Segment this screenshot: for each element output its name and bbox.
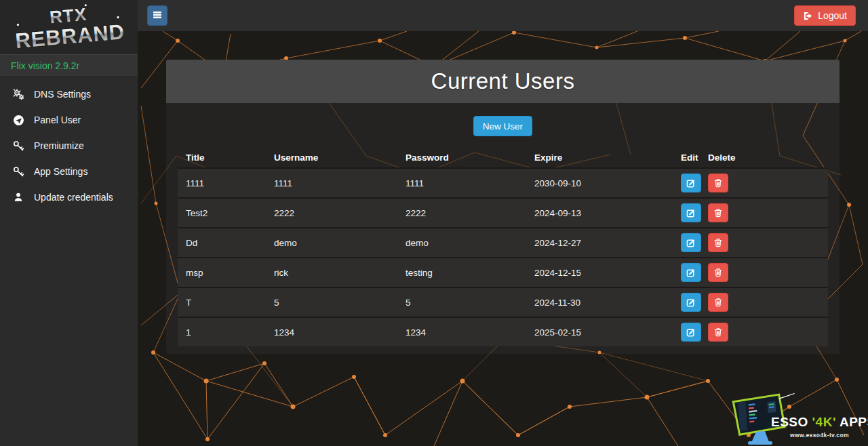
edit-icon bbox=[686, 178, 696, 188]
new-user-button[interactable]: New User bbox=[473, 116, 532, 136]
sidebar-item-label: App Settings bbox=[34, 166, 87, 177]
cogs-icon bbox=[12, 88, 24, 100]
edit-user-button[interactable] bbox=[681, 233, 701, 252]
cell-password: 5 bbox=[397, 287, 526, 317]
esso-4k-apps-logo: ESSO '4K' APPS www.esso4k-tv.com bbox=[729, 393, 868, 446]
logo-text-apps: APPS bbox=[836, 415, 868, 429]
table-row: Test2 2222 2222 2024-09-13 bbox=[178, 198, 828, 228]
cell-title: 1111 bbox=[178, 168, 266, 198]
table-row: msp rick testing 2024-12-15 bbox=[178, 258, 828, 287]
logo-text-4k: '4K' bbox=[812, 415, 836, 429]
cell-title: Test2 bbox=[178, 198, 266, 228]
edit-user-button[interactable] bbox=[681, 174, 701, 192]
cell-expire: 2024-09-13 bbox=[526, 198, 679, 228]
sidebar-menu: DNS Settings Panel User Premiumize bbox=[0, 77, 138, 210]
bars-icon bbox=[152, 9, 163, 22]
cell-title: Dd bbox=[178, 228, 266, 258]
sidebar-item-panel-user[interactable]: Panel User bbox=[0, 107, 138, 133]
edit-user-button[interactable] bbox=[681, 323, 701, 342]
cell-username: 5 bbox=[266, 287, 397, 317]
delete-user-button[interactable] bbox=[708, 174, 728, 192]
cell-expire: 2024-12-15 bbox=[526, 258, 679, 287]
edit-icon bbox=[686, 208, 696, 218]
sidebar-item-label: Premiumize bbox=[34, 140, 84, 151]
column-header-password: Password bbox=[397, 149, 526, 168]
logo-text-esso: ESSO bbox=[771, 415, 812, 429]
delete-user-button[interactable] bbox=[708, 293, 728, 312]
edit-icon bbox=[686, 298, 696, 308]
column-header-username: Username bbox=[266, 149, 397, 168]
cell-title: 1 bbox=[178, 317, 266, 346]
trash-icon bbox=[713, 238, 723, 247]
sidebar-item-dns-settings[interactable]: DNS Settings bbox=[0, 81, 138, 107]
sidebar-item-label: Panel User bbox=[34, 115, 81, 125]
cell-password: testing bbox=[397, 258, 526, 287]
cell-expire: 2025-02-15 bbox=[526, 317, 679, 346]
trash-icon bbox=[713, 268, 723, 277]
edit-icon bbox=[686, 238, 696, 248]
cell-expire: 2030-09-10 bbox=[526, 168, 679, 198]
delete-user-button[interactable] bbox=[708, 263, 728, 282]
column-header-delete: Delete bbox=[707, 149, 828, 168]
sidebar: RTX REBRAND Flix vision 2.9.2r DNS Setti… bbox=[0, 0, 138, 446]
table-row: 1 1234 1234 2025-02-15 bbox=[178, 317, 828, 346]
edit-icon bbox=[686, 327, 696, 338]
trash-icon bbox=[713, 298, 723, 307]
edit-icon bbox=[686, 268, 696, 278]
cell-username: demo bbox=[266, 228, 397, 258]
table-row: T 5 5 2024-11-30 bbox=[178, 287, 828, 317]
cell-password: demo bbox=[397, 228, 526, 258]
brand-logo: RTX REBRAND bbox=[0, 0, 138, 54]
panel-header: Current Users bbox=[166, 60, 840, 103]
table-row: Dd demo demo 2024-12-27 bbox=[178, 228, 828, 258]
cell-username: 1234 bbox=[266, 317, 397, 346]
cell-username: 1111 bbox=[266, 168, 397, 198]
cell-password: 2222 bbox=[397, 198, 526, 228]
cell-title: msp bbox=[178, 258, 266, 287]
cell-password: 1234 bbox=[397, 317, 526, 346]
sidebar-item-premiumize[interactable]: Premiumize bbox=[0, 133, 138, 159]
sidebar-item-update-credentials[interactable]: Update credentials bbox=[0, 184, 138, 210]
logout-button[interactable]: Logout bbox=[794, 5, 856, 26]
sidebar-toggle-button[interactable] bbox=[147, 5, 167, 26]
cell-title: T bbox=[178, 287, 266, 317]
edit-user-button[interactable] bbox=[681, 293, 701, 312]
delete-user-button[interactable] bbox=[708, 323, 728, 342]
column-header-expire: Expire bbox=[526, 149, 679, 168]
logo-url: www.esso4k-tv.com bbox=[771, 432, 868, 439]
trash-icon bbox=[713, 178, 723, 188]
trash-icon bbox=[713, 208, 723, 218]
edit-user-button[interactable] bbox=[681, 203, 701, 222]
table-header-row: Title Username Password Expire Edit Dele… bbox=[178, 149, 828, 168]
key-icon bbox=[12, 165, 24, 178]
column-header-title: Title bbox=[178, 149, 266, 168]
edit-user-button[interactable] bbox=[681, 263, 701, 282]
column-header-edit: Edit bbox=[679, 149, 707, 168]
trash-icon bbox=[713, 327, 723, 337]
sign-out-icon bbox=[803, 11, 813, 21]
current-users-panel: Current Users New User Title Username Pa… bbox=[166, 60, 840, 354]
cell-expire: 2024-12-27 bbox=[526, 228, 679, 258]
delete-user-button[interactable] bbox=[708, 233, 728, 252]
cell-username: 2222 bbox=[266, 198, 397, 228]
logout-label: Logout bbox=[818, 10, 847, 21]
delete-user-button[interactable] bbox=[708, 203, 728, 222]
sidebar-item-version[interactable]: Flix vision 2.9.2r bbox=[0, 54, 138, 77]
sidebar-item-label: Update credentials bbox=[34, 192, 113, 203]
logo-title: ESSO '4K' APPS bbox=[771, 415, 868, 430]
cell-expire: 2024-11-30 bbox=[526, 287, 679, 317]
brand-line2: REBRAND bbox=[14, 20, 125, 53]
page-title: Current Users bbox=[431, 68, 575, 94]
key-icon bbox=[12, 140, 24, 152]
sidebar-item-label: DNS Settings bbox=[34, 89, 91, 100]
table-row: 1111 1111 1111 2030-09-10 bbox=[178, 168, 828, 198]
users-table: Title Username Password Expire Edit Dele… bbox=[178, 149, 828, 346]
cell-password: 1111 bbox=[397, 168, 526, 198]
sidebar-item-app-settings[interactable]: App Settings bbox=[0, 159, 138, 184]
send-circle-icon bbox=[12, 114, 24, 126]
user-icon bbox=[12, 191, 24, 203]
cell-username: rick bbox=[266, 258, 397, 287]
